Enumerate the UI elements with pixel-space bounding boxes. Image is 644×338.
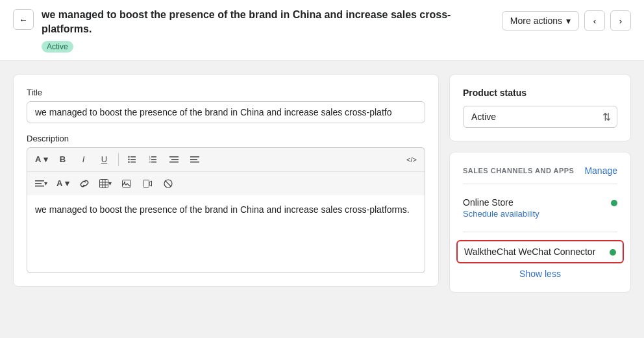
svg-rect-19 bbox=[35, 183, 42, 184]
svg-line-30 bbox=[165, 180, 171, 186]
toolbar-divider-1 bbox=[118, 153, 119, 166]
status-badge: Active bbox=[42, 41, 73, 53]
divider-2 bbox=[463, 232, 617, 232]
svg-point-5 bbox=[128, 161, 129, 162]
video-button[interactable] bbox=[138, 175, 157, 193]
walkthechat-info: WalktheChat WeChat Connector bbox=[464, 247, 595, 257]
svg-rect-1 bbox=[130, 159, 136, 160]
online-store-status-dot bbox=[611, 200, 617, 206]
sales-channels-card: SALES CHANNELS AND APPS Manage Online St… bbox=[449, 152, 631, 293]
svg-point-4 bbox=[128, 158, 129, 160]
block-button[interactable] bbox=[158, 175, 178, 193]
more-actions-button[interactable]: More actions ▾ bbox=[502, 11, 579, 30]
walkthechat-name: WalktheChat WeChat Connector bbox=[464, 247, 595, 257]
next-button[interactable]: › bbox=[610, 10, 631, 31]
svg-rect-21 bbox=[99, 179, 108, 187]
svg-rect-16 bbox=[190, 159, 197, 160]
italic-button[interactable]: I bbox=[74, 151, 93, 169]
svg-rect-8 bbox=[151, 162, 156, 163]
svg-rect-7 bbox=[151, 159, 156, 160]
header-title-area: we managed to boost the presence of the … bbox=[42, 8, 494, 53]
align-button[interactable]: ▾ bbox=[31, 175, 51, 193]
svg-rect-13 bbox=[171, 159, 179, 160]
title-label: Title bbox=[27, 88, 425, 97]
page-title: we managed to boost the presence of the … bbox=[42, 8, 494, 37]
chevron-left-icon: ‹ bbox=[593, 16, 596, 26]
font-button[interactable]: A ▾ bbox=[31, 151, 52, 169]
main-content: Title Description A ▾ B I U 123 bbox=[0, 61, 644, 306]
image-button[interactable] bbox=[117, 175, 136, 193]
rte-toolbar: A ▾ B I U 123 bbox=[27, 147, 425, 195]
text-color-button[interactable]: A ▾ bbox=[53, 175, 73, 193]
svg-rect-6 bbox=[151, 156, 156, 158]
svg-point-3 bbox=[128, 156, 129, 157]
svg-rect-12 bbox=[169, 156, 179, 158]
left-panel: Title Description A ▾ B I U 123 bbox=[13, 74, 439, 293]
online-store-name: Online Store bbox=[463, 197, 539, 208]
description-content[interactable]: we managed to boost the presence of the … bbox=[27, 195, 425, 273]
right-panel: Product status Active Draft ⇅ SALES CHAN… bbox=[449, 74, 631, 293]
svg-rect-18 bbox=[35, 180, 44, 182]
schedule-availability-link[interactable]: Schedule availability bbox=[463, 209, 539, 219]
prev-button[interactable]: ‹ bbox=[584, 10, 605, 31]
divider-1 bbox=[463, 184, 617, 184]
toolbar-row-2: ▾ A ▾ ▾ bbox=[27, 172, 425, 195]
svg-rect-0 bbox=[130, 156, 136, 158]
more-actions-label: More actions bbox=[510, 16, 562, 26]
svg-rect-14 bbox=[169, 162, 179, 163]
sales-channels-label: SALES CHANNELS AND APPS bbox=[463, 167, 574, 175]
product-card: Title Description A ▾ B I U 123 bbox=[13, 74, 439, 287]
svg-rect-28 bbox=[143, 180, 149, 187]
product-status-title: Product status bbox=[463, 88, 617, 98]
chevron-right-icon: › bbox=[619, 16, 622, 26]
chevron-down-icon: ▾ bbox=[566, 16, 571, 26]
underline-button[interactable]: U bbox=[95, 151, 114, 169]
manage-link[interactable]: Manage bbox=[584, 165, 617, 176]
status-select[interactable]: Active Draft bbox=[463, 106, 617, 128]
sales-channels-header: SALES CHANNELS AND APPS Manage bbox=[463, 165, 617, 176]
unordered-list-button[interactable] bbox=[123, 151, 142, 169]
back-icon: ← bbox=[19, 15, 27, 25]
code-button[interactable]: </> bbox=[402, 151, 421, 169]
indent-button[interactable] bbox=[164, 151, 184, 169]
status-select-wrapper: Active Draft ⇅ bbox=[463, 106, 617, 128]
online-store-info: Online Store Schedule availability bbox=[463, 197, 539, 219]
svg-point-27 bbox=[123, 182, 125, 183]
bold-button[interactable]: B bbox=[53, 151, 73, 169]
svg-rect-15 bbox=[190, 156, 199, 158]
online-store-row: Online Store Schedule availability bbox=[463, 192, 617, 224]
description-label: Description bbox=[27, 134, 425, 143]
outdent-button[interactable] bbox=[185, 151, 204, 169]
svg-rect-17 bbox=[190, 162, 199, 163]
walkthechat-row: WalktheChat WeChat Connector bbox=[456, 240, 624, 263]
page-header: ← we managed to boost the presence of th… bbox=[0, 0, 644, 61]
toolbar-row-1: A ▾ B I U 123 bbox=[27, 148, 425, 172]
back-button[interactable]: ← bbox=[13, 9, 34, 30]
title-input[interactable] bbox=[27, 101, 425, 123]
show-less-button[interactable]: Show less bbox=[463, 263, 617, 279]
svg-rect-20 bbox=[35, 186, 44, 187]
link-button[interactable] bbox=[75, 175, 94, 193]
svg-rect-2 bbox=[130, 162, 136, 163]
ordered-list-button[interactable]: 123 bbox=[143, 151, 163, 169]
walkthechat-status-dot bbox=[610, 249, 616, 256]
header-actions: More actions ▾ ‹ › bbox=[502, 10, 631, 31]
product-status-card: Product status Active Draft ⇅ bbox=[449, 74, 631, 141]
svg-text:3: 3 bbox=[149, 160, 151, 163]
table-button[interactable]: ▾ bbox=[95, 175, 116, 193]
